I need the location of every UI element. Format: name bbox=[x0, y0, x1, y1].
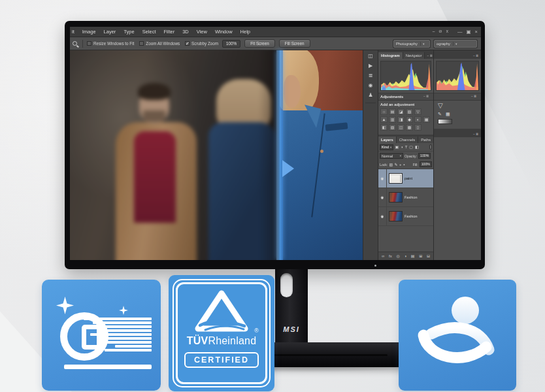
adjustment-icon[interactable]: ▯ bbox=[414, 124, 421, 131]
layers-action-icon[interactable]: ⊟ bbox=[427, 254, 430, 258]
adjustment-icon[interactable]: ▲ bbox=[380, 116, 388, 123]
menu-item[interactable]: View bbox=[197, 29, 207, 35]
layer-filter-icon[interactable]: ◧ bbox=[415, 145, 419, 149]
doc-window-control-icon[interactable]: – bbox=[433, 29, 435, 34]
dock-panel-icon[interactable]: ◉ bbox=[369, 83, 373, 88]
adjustment-icon[interactable]: ▥ bbox=[389, 116, 396, 123]
layer-row[interactable]: ◉ Fashion bbox=[378, 188, 433, 207]
adjustment-icon[interactable]: ▽ bbox=[438, 103, 443, 109]
fit-screen-button[interactable]: Fit Screen bbox=[244, 39, 275, 48]
layer-thumbnail[interactable] bbox=[389, 211, 403, 221]
kind-filter-dropdown[interactable]: Kind ▾ bbox=[380, 144, 393, 150]
adjustment-icon[interactable]: ▦ bbox=[446, 112, 450, 116]
adjustment-icon[interactable]: ◪ bbox=[397, 108, 405, 115]
badge-tuv-rheinland: ® TÜVRheinland CERTIFIED bbox=[169, 275, 274, 391]
zoom-level-field[interactable]: 100% bbox=[222, 40, 240, 48]
dock-panel-icon[interactable]: ▶ bbox=[369, 63, 372, 69]
menu-item[interactable]: Filter bbox=[164, 29, 175, 35]
fill-screen-button[interactable]: Fill Screen bbox=[279, 39, 310, 48]
adjustment-icon[interactable]: ◐ bbox=[414, 116, 421, 123]
eye-visibility-icon[interactable]: ◉ bbox=[378, 188, 387, 206]
eye-visibility-icon[interactable]: ◉ bbox=[378, 207, 387, 225]
layer-filter-icon[interactable]: ▣ bbox=[395, 145, 399, 149]
layers-action-icon[interactable]: ∞ bbox=[382, 254, 384, 258]
menu-item[interactable]: Layer bbox=[104, 29, 116, 35]
adjustment-icon[interactable]: ▦ bbox=[423, 116, 430, 123]
eye-visibility-icon[interactable]: ◉ bbox=[378, 169, 387, 188]
options-checkbox[interactable]: Zoom All Windows bbox=[139, 41, 180, 46]
fill-value[interactable]: 100% bbox=[420, 161, 432, 167]
layers-action-icon[interactable]: fx bbox=[389, 254, 392, 258]
panel-tab[interactable]: Navigator bbox=[403, 52, 425, 59]
adjustment-icon[interactable]: ◧ bbox=[380, 124, 388, 131]
man-beard bbox=[143, 110, 165, 122]
checkbox-icon[interactable] bbox=[87, 41, 91, 46]
menu-item[interactable]: Help bbox=[240, 29, 250, 35]
workspace-dropdown[interactable]: Photography ▾ bbox=[393, 40, 430, 48]
adjustment-icon[interactable]: ▽ bbox=[414, 108, 421, 115]
filter-toggle[interactable] bbox=[429, 144, 432, 150]
panel-tab[interactable]: Histogram bbox=[378, 52, 403, 59]
person-arcs-icon bbox=[412, 289, 503, 381]
dock-panel-icon[interactable]: ♟ bbox=[368, 93, 372, 98]
panel-tab[interactable]: Channels bbox=[397, 137, 419, 143]
divider-handle-icon[interactable] bbox=[282, 160, 294, 177]
adjustment-icon[interactable]: ▤ bbox=[389, 108, 396, 115]
adjustment-icon[interactable]: ◆ bbox=[406, 116, 413, 123]
layers-action-icon[interactable]: ◎ bbox=[396, 254, 399, 258]
layer-filter-icon[interactable]: ▢ bbox=[409, 145, 413, 149]
lock-icon[interactable]: ▨ bbox=[389, 163, 393, 167]
app-window-control-icon[interactable]: × bbox=[475, 29, 478, 35]
lock-icon[interactable]: + bbox=[399, 163, 402, 167]
gradient-map-icon[interactable] bbox=[438, 119, 452, 124]
lock-icon[interactable]: ✎ bbox=[395, 163, 398, 167]
layer-filter-icon[interactable]: ◑ bbox=[401, 145, 403, 149]
panel-menu-icon[interactable]: −≣ bbox=[469, 94, 479, 99]
layers-action-icon[interactable]: ◑ bbox=[404, 254, 406, 258]
menu-item[interactable]: Window bbox=[215, 29, 233, 35]
layer-row[interactable]: ◉ paint bbox=[378, 169, 433, 188]
layer-row[interactable]: ◉ Fashion bbox=[378, 207, 433, 226]
menu-item[interactable]: 3D bbox=[182, 29, 189, 35]
workspace-dropdown-2[interactable]: ography ▾ bbox=[434, 40, 477, 48]
dock-panel-icon[interactable]: ◫ bbox=[368, 54, 373, 59]
adjustments-panel-header[interactable]: Adjustments −≣ bbox=[378, 93, 433, 101]
adjustment-icon[interactable]: ▩ bbox=[406, 124, 413, 131]
adjustment-icon[interactable]: ☼ bbox=[380, 108, 388, 115]
layer-thumbnail[interactable] bbox=[389, 192, 403, 203]
checkbox-icon[interactable]: ✓ bbox=[185, 41, 190, 46]
adjustment-icon[interactable]: ◫ bbox=[397, 124, 405, 131]
adjustment-icon[interactable]: ▨ bbox=[389, 124, 396, 131]
layer-filter-icon[interactable]: T bbox=[405, 145, 408, 149]
zoom-tool-icon[interactable] bbox=[73, 41, 77, 46]
layer-thumbnail[interactable] bbox=[389, 173, 403, 184]
photo-canvas bbox=[70, 50, 363, 260]
dock-panel-icon[interactable]: ≣ bbox=[369, 73, 373, 78]
adjustment-icon[interactable]: ✎ bbox=[438, 112, 442, 116]
layers-action-icon[interactable]: ⊞ bbox=[419, 254, 422, 258]
doc-window-control-icon[interactable]: x bbox=[446, 29, 448, 34]
options-checkbox[interactable]: ✓ Scrubby Zoom bbox=[185, 41, 218, 46]
menu-item[interactable]: Type bbox=[124, 29, 134, 35]
panel-menu-icon[interactable]: −≣ bbox=[471, 132, 481, 137]
menu-item[interactable]: it bbox=[72, 29, 74, 35]
options-checkbox[interactable]: Resize Windows to Fit bbox=[87, 41, 134, 46]
checkbox-icon[interactable] bbox=[139, 41, 144, 46]
app-window-control-icon[interactable]: ▣ bbox=[467, 29, 471, 35]
app-window-control-icon[interactable]: — bbox=[457, 29, 463, 35]
adjustment-icon[interactable]: ▧ bbox=[406, 108, 413, 115]
panel-menu-icon[interactable]: −≣ bbox=[421, 94, 431, 99]
menu-item[interactable]: Image bbox=[82, 29, 96, 35]
menu-item[interactable]: Select bbox=[142, 29, 156, 35]
blend-mode-dropdown[interactable]: Normal ▾ bbox=[380, 153, 403, 159]
doc-window-control-icon[interactable]: ⊘ bbox=[438, 29, 442, 34]
panel-menu-icon[interactable]: −≣ bbox=[471, 54, 481, 59]
adjustment-icon[interactable]: ◨ bbox=[397, 116, 405, 123]
before-after-divider[interactable] bbox=[276, 50, 283, 260]
panel-tab[interactable]: Layers bbox=[378, 137, 397, 143]
page-outline-icon bbox=[82, 325, 101, 350]
lock-icon[interactable]: ▪ bbox=[403, 163, 405, 167]
layers-action-icon[interactable]: ▤ bbox=[411, 254, 415, 258]
panel-tab[interactable]: Paths bbox=[418, 137, 434, 143]
opacity-value[interactable]: 100% bbox=[418, 153, 431, 159]
